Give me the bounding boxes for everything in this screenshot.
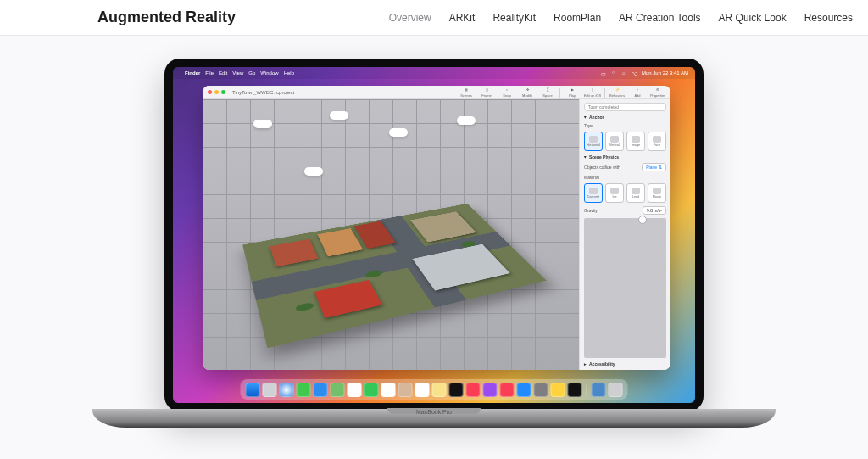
material-tiles: Concrete Ice Lead Plastic [584, 183, 666, 203]
dock-icon-system-preferences[interactable] [534, 383, 548, 397]
nav-link-arkit[interactable]: ARKit [449, 12, 476, 24]
toolbar-space[interactable]: ╳Space [538, 87, 557, 99]
macos-desktop: Finder File Edit View Go Window Help ▭ ⌔… [173, 67, 695, 403]
play-icon: ▶ [570, 87, 576, 92]
building[interactable] [314, 280, 382, 318]
material-icon [653, 188, 661, 194]
dock-icon-launchpad[interactable] [263, 383, 277, 397]
transform-icon: ✥ [525, 87, 531, 92]
dock-icon-podcasts[interactable] [483, 383, 498, 397]
dock-icon-reality-composer[interactable] [551, 383, 565, 397]
dock-icon-trash[interactable] [609, 383, 623, 397]
gravity-slider[interactable] [584, 218, 666, 358]
building[interactable] [318, 228, 363, 256]
dock-icon-tv[interactable] [449, 383, 464, 397]
document-title: TinyTown_WWDC.rcproject [232, 90, 294, 95]
dock-icon-contacts[interactable] [398, 383, 413, 397]
collide-label: Objects collide with [584, 165, 620, 170]
toolbar-modify[interactable]: ✥Modify [518, 87, 537, 99]
laptop-label: MacBook Pro [92, 409, 776, 415]
nav-title: Augmented Reality [97, 8, 236, 26]
menubar-clock[interactable]: Mon Jun 22 9:41 AM [642, 70, 688, 76]
nav-link-resources[interactable]: Resources [804, 12, 853, 24]
section-anchor-header[interactable]: Anchor [584, 115, 666, 120]
toolbar-play[interactable]: ▶Play [563, 87, 581, 99]
anchor-tile-image[interactable]: Image [626, 132, 645, 151]
dock-icon-reminders[interactable] [415, 383, 430, 397]
dock-icon-music[interactable] [466, 383, 481, 397]
axes-icon: ╳ [545, 87, 551, 92]
section-accessibility-header[interactable]: Accessibility [584, 361, 666, 367]
material-tile-ice[interactable]: Ice [605, 183, 624, 203]
menubar-window[interactable]: Window [260, 70, 278, 76]
dock-icon-safari[interactable] [280, 383, 294, 397]
tree[interactable] [295, 301, 314, 311]
anchor-tile-horizontal[interactable]: Horizontal [584, 132, 603, 151]
anchor-tile-face[interactable]: Face [648, 132, 666, 151]
dock-icon-notes[interactable] [432, 383, 447, 397]
inspector-panel: Town completed Anchor Type Horizontal Ve… [579, 99, 670, 370]
menubar-view[interactable]: View [232, 70, 243, 76]
building[interactable] [270, 239, 318, 267]
zoom-icon[interactable] [221, 90, 225, 94]
scene-name-field[interactable]: Town completed [584, 103, 666, 111]
search-icon[interactable]: ⌕ [621, 70, 627, 76]
toolbar-behaviors[interactable]: ⚡Behaviors [608, 87, 626, 99]
plane-h-icon [589, 136, 598, 143]
collide-dropdown[interactable]: Plane⇅ [642, 163, 666, 171]
menubar-app-name[interactable]: Finder [185, 70, 200, 76]
menubar-left: Finder File Edit View Go Window Help [180, 70, 294, 76]
menubar-help[interactable]: Help [284, 70, 294, 76]
section-physics-header[interactable]: Scene Physics [584, 154, 666, 160]
nav-link-overview[interactable]: Overview [389, 12, 431, 24]
scene-board[interactable] [242, 204, 546, 349]
macos-dock [241, 379, 628, 400]
control-center-icon[interactable]: ⌥ [632, 70, 637, 76]
dock-icon-app-store[interactable] [517, 383, 531, 397]
dock-icon-downloads[interactable] [592, 383, 606, 397]
anchor-type-label: Type [584, 123, 666, 128]
material-tile-concrete[interactable]: Concrete [584, 183, 603, 203]
menubar-file[interactable]: File [205, 70, 214, 76]
dock-icon-photos[interactable] [348, 383, 362, 397]
menubar-edit[interactable]: Edit [219, 70, 227, 76]
nav-link-ar-creation-tools[interactable]: AR Creation Tools [619, 12, 701, 24]
dock-icon-maps[interactable] [331, 383, 345, 397]
battery-icon[interactable]: ▭ [601, 70, 607, 76]
wifi-icon[interactable]: ⌔ [611, 70, 617, 76]
dock-icon-news[interactable] [500, 383, 515, 397]
toolbar-frame[interactable]: ◻Frame [477, 87, 496, 99]
toolbar-scenes[interactable]: ▦Scenes [457, 87, 476, 99]
menubar-go[interactable]: Go [248, 70, 255, 76]
toolbar-divider [604, 88, 605, 98]
plane-v-icon [610, 136, 619, 143]
dock-icon-finder[interactable] [246, 383, 260, 397]
nav-link-roomplan[interactable]: RoomPlan [554, 12, 601, 24]
toolbar-snap[interactable]: ∩Snap [498, 87, 516, 99]
toolbar-add[interactable]: ＋Add [628, 87, 647, 99]
chevron-updown-icon: ⇅ [659, 165, 662, 170]
dock-divider [587, 383, 587, 396]
minimize-icon[interactable] [214, 90, 219, 94]
toolbar-edit-on-ios[interactable]: ▯Edit on iOS [583, 87, 602, 99]
dock-icon-terminal[interactable] [568, 383, 582, 397]
window-titlebar[interactable]: TinyTown_WWDC.rcproject ▦Scenes ◻Frame ∩… [203, 86, 670, 99]
anchor-tile-vertical[interactable]: Vertical [605, 132, 624, 151]
dock-icon-mail[interactable] [314, 383, 328, 397]
cloud-icon [457, 116, 476, 125]
dock-icon-facetime[interactable] [364, 383, 379, 397]
nav-link-ar-quick-look[interactable]: AR Quick Look [719, 12, 787, 24]
gravity-value-field[interactable]: 9.8 m/s² [643, 206, 666, 215]
dock-icon-messages[interactable] [297, 383, 311, 397]
material-tile-plastic[interactable]: Plastic [648, 183, 666, 203]
global-nav: Augmented Reality Overview ARKit Reality… [0, 0, 868, 36]
macos-menubar: Finder File Edit View Go Window Help ▭ ⌔… [173, 67, 695, 79]
scene-canvas[interactable] [203, 99, 579, 370]
material-tile-lead[interactable]: Lead [626, 183, 645, 203]
nav-link-realitykit[interactable]: RealityKit [492, 12, 536, 24]
close-icon[interactable] [208, 90, 212, 94]
sliders-icon: ⚙ [655, 87, 661, 92]
dock-icon-calendar[interactable] [381, 383, 396, 397]
bolt-icon: ⚡ [615, 87, 620, 92]
toolbar-properties[interactable]: ⚙Properties [648, 87, 667, 99]
